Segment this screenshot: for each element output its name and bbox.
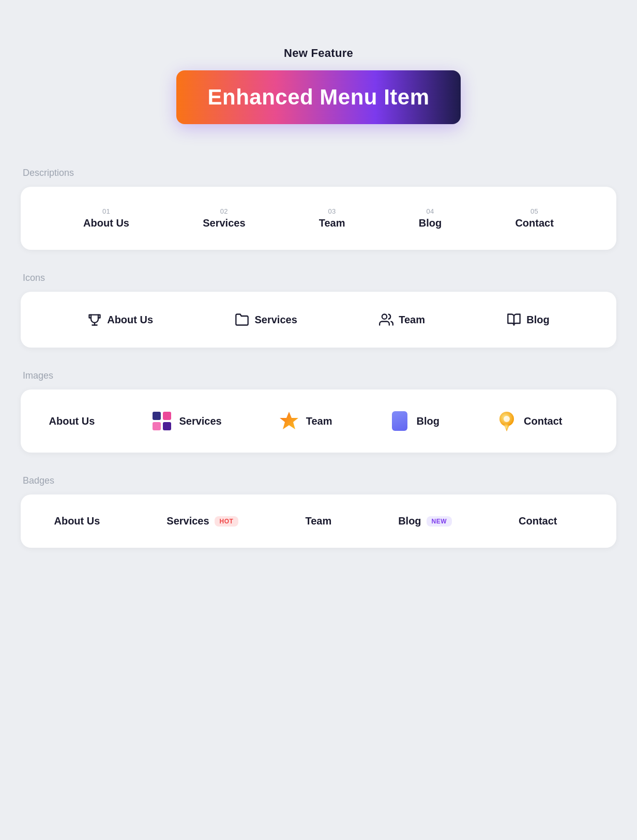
icons-label: Icons [21,273,616,283]
desc-label-contact: Contact [515,217,553,229]
icon-item-blog[interactable]: Blog [507,312,549,327]
badge-item-blog[interactable]: Blog NEW [398,515,452,527]
img-item-contact[interactable]: Contact [496,410,562,432]
new-badge: NEW [427,516,452,527]
badge-label-services: Services [166,515,209,527]
icon-label-services: Services [254,314,297,326]
badges-section: Badges About Us Services HOT Team Blog N… [21,457,616,548]
svg-marker-4 [504,424,510,431]
img-item-services[interactable]: Services [151,410,221,432]
enhanced-menu-text: Enhanced Menu Item [207,85,429,110]
svg-point-0 [382,314,387,319]
descriptions-section: Descriptions 01 About Us 02 Services 03 … [21,149,616,250]
hero-section: New Feature Enhanced Menu Item [21,31,616,124]
badge-label-team: Team [305,515,331,527]
icon-item-services[interactable]: Services [235,312,297,327]
descriptions-card: 01 About Us 02 Services 03 Team 04 Blog … [21,187,616,250]
star-svg [279,411,299,431]
icons-card: About Us Services Team [21,292,616,348]
icon-label-team: Team [399,314,425,326]
desc-number-team: 03 [328,207,336,215]
icon-label-blog: Blog [526,314,549,326]
desc-label-services: Services [203,217,245,229]
badge-label-about: About Us [54,515,100,527]
desc-number-services: 02 [220,207,228,215]
desc-number-blog: 04 [426,207,434,215]
desc-number-contact: 05 [530,207,538,215]
img-item-blog[interactable]: Blog [389,410,439,432]
badges-card: About Us Services HOT Team Blog NEW Cont… [21,494,616,548]
book-icon [507,312,521,327]
images-card: About Us Services [21,389,616,453]
folder-icon [235,312,249,327]
svg-marker-1 [280,412,298,429]
pin-yellow-icon [496,410,518,432]
img-label-about: About Us [49,415,95,427]
img-label-blog: Blog [417,415,439,427]
pin-svg [496,411,517,431]
desc-item-about[interactable]: 01 About Us [83,207,129,229]
people-icon [379,312,393,327]
badge-item-contact[interactable]: Contact [519,515,557,527]
badge-item-about[interactable]: About Us [54,515,100,527]
blue-rect-icon [389,410,411,432]
img-label-contact: Contact [524,415,562,427]
desc-item-team[interactable]: 03 Team [319,207,345,229]
images-label: Images [21,370,616,381]
desc-label-team: Team [319,217,345,229]
trophy-icon [87,312,102,327]
icons-section: Icons About Us Services [21,254,616,348]
badge-label-blog: Blog [398,515,421,527]
svg-point-3 [504,416,510,422]
new-feature-label: New Feature [284,47,353,60]
img-label-team: Team [306,415,332,427]
purple-grid-icon [151,410,173,432]
img-item-team[interactable]: Team [278,410,332,432]
descriptions-label: Descriptions [21,168,616,178]
desc-item-contact[interactable]: 05 Contact [515,207,553,229]
icon-item-team[interactable]: Team [379,312,425,327]
desc-label-about: About Us [83,217,129,229]
enhanced-menu-banner: Enhanced Menu Item [176,70,460,124]
img-label-services: Services [179,415,221,427]
badge-item-team[interactable]: Team [305,515,331,527]
images-section: Images About Us Services [21,352,616,453]
hot-badge: HOT [215,516,239,527]
star-orange-icon [278,410,300,432]
desc-item-services[interactable]: 02 Services [203,207,245,229]
desc-label-blog: Blog [419,217,442,229]
desc-number-about: 01 [102,207,110,215]
badges-label: Badges [21,475,616,486]
img-item-about[interactable]: About Us [49,415,95,427]
badge-item-services[interactable]: Services HOT [166,515,238,527]
icon-label-about: About Us [107,314,153,326]
desc-item-blog[interactable]: 04 Blog [419,207,442,229]
icon-item-about[interactable]: About Us [87,312,153,327]
badge-label-contact: Contact [519,515,557,527]
